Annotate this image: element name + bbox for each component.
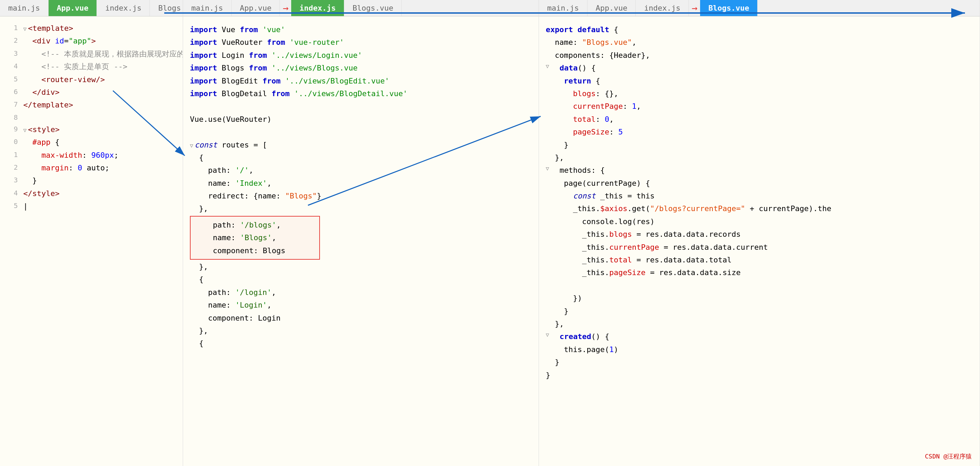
code-line-vue-use: Vue.use(VueRouter) — [190, 113, 532, 126]
tab-bar-1: main.js App.vue index.js Blogs.vue — [0, 0, 183, 16]
code-line: _this.pageSize = res.data.data.size — [546, 266, 973, 279]
code-line: }, — [190, 202, 532, 215]
code-line: components: {Header}, — [546, 49, 973, 62]
code-line: import BlogEdit from '../views/BlogEdit.… — [190, 75, 532, 87]
code-panel-3: export default { name: "Blogs.vue", comp… — [539, 16, 980, 466]
tab-bar-2: main.js App.vue → index.js Blogs.vue — [183, 0, 539, 16]
code-line: name: 'Blogs', — [195, 231, 315, 244]
tab-app-vue-2[interactable]: App.vue — [232, 0, 280, 16]
code-line: 4 <!-- 实质上是单页 --> — [7, 60, 176, 73]
arrow-right-1: → — [280, 2, 291, 14]
code-line: }, — [546, 151, 973, 164]
tab-main-js-2[interactable]: main.js — [183, 0, 232, 16]
code-line-routes: ▽const routes = [ — [190, 138, 532, 151]
code-line: 7 </template> — [7, 99, 176, 111]
code-line: }, — [190, 324, 532, 337]
tab-app-vue-3[interactable]: App.vue — [587, 0, 636, 16]
code-line: name: 'Index', — [190, 177, 532, 189]
code-line: const _this = this — [546, 189, 973, 202]
watermark: CSDN @汪程序猿 — [925, 452, 972, 461]
code-line — [546, 279, 973, 292]
code-line — [190, 100, 532, 113]
tab-main-js-1[interactable]: main.js — [0, 0, 49, 16]
panel-app-vue: main.js App.vue index.js Blogs.vue 1 ▽<t… — [0, 0, 183, 466]
panel-blogs-vue: main.js App.vue index.js → Blogs.vue exp… — [539, 0, 980, 466]
code-line: } — [546, 305, 973, 318]
code-line: } — [546, 356, 973, 369]
tab-index-js-3[interactable]: index.js — [636, 0, 689, 16]
code-line: } — [546, 138, 973, 151]
code-line: _this.blogs = res.data.data.records — [546, 228, 973, 240]
code-line: 6 </div> — [7, 86, 176, 99]
code-line: }, — [546, 318, 973, 330]
code-line: page(currentPage) { — [546, 177, 973, 189]
code-line: _this.total = res.data.data.total — [546, 253, 973, 266]
tab-main-js-3[interactable]: main.js — [539, 0, 587, 16]
code-line: import BlogDetail from '../views/BlogDet… — [190, 87, 532, 100]
code-line: import Vue from 'vue' — [190, 23, 532, 36]
code-line: 2 margin: 0 auto; — [7, 162, 176, 174]
code-line: import VueRouter from 'vue-router' — [190, 36, 532, 49]
tab-blogs-vue-2[interactable]: Blogs.vue — [344, 0, 402, 16]
code-line: 3 <!-- 本质就是展现，根据路由展现对应的界面 --> — [7, 48, 176, 60]
code-line: name: 'Login', — [190, 299, 532, 311]
tab-blogs-vue-1[interactable]: Blogs.vue — [150, 0, 183, 16]
code-line: _this.currentPage = res.data.data.curren… — [546, 241, 973, 253]
code-line: pageSize: 5 — [546, 126, 973, 138]
code-line: ▽ data() { — [546, 62, 973, 74]
code-line: { — [190, 151, 532, 164]
code-line: ▽ created() { — [546, 330, 973, 343]
code-line: } — [546, 369, 973, 382]
code-line: console.log(res) — [546, 215, 973, 228]
code-line — [190, 126, 532, 138]
tab-blogs-vue-3[interactable]: Blogs.vue — [700, 0, 757, 16]
code-line: import Blogs from '../views/Blogs.vue — [190, 62, 532, 74]
code-line: 0 #app { — [7, 136, 176, 148]
panel-index-js: main.js App.vue → index.js Blogs.vue imp… — [183, 0, 539, 466]
code-line: redirect: {name: "Blogs"} — [190, 189, 532, 202]
code-line: }) — [546, 292, 973, 304]
tab-index-js-1[interactable]: index.js — [97, 0, 150, 16]
arrow-right-2: → — [689, 2, 700, 14]
code-line: { — [190, 273, 532, 286]
code-line: ▽ methods: { — [546, 164, 973, 177]
code-line: 5 | — [7, 200, 176, 213]
code-line: blogs: {}, — [546, 87, 973, 100]
tab-bar-3: main.js App.vue index.js → Blogs.vue — [539, 0, 980, 16]
code-line: 1 ▽<template> — [7, 22, 176, 35]
code-line: 5 <router-view/> — [7, 73, 176, 86]
code-line: { — [190, 337, 532, 350]
code-panel-1: 1 ▽<template> 2 <div id="app"> 3 <!-- 本质… — [0, 16, 183, 466]
code-line: 2 <div id="app"> — [7, 35, 176, 47]
code-line: 8 — [7, 111, 176, 123]
code-line: path: '/login', — [190, 286, 532, 299]
tab-app-vue-1[interactable]: App.vue — [49, 0, 97, 16]
code-line: path: '/', — [190, 164, 532, 177]
highlighted-blogs-route: path: '/blogs', name: 'Blogs', component… — [190, 216, 320, 260]
code-line: currentPage: 1, — [546, 100, 973, 113]
code-line: 1 max-width: 960px; — [7, 149, 176, 162]
main-container: main.js App.vue index.js Blogs.vue 1 ▽<t… — [0, 0, 980, 466]
code-line: 4 </style> — [7, 187, 176, 200]
code-line: component: Blogs — [195, 244, 315, 257]
code-panel-2: import Vue from 'vue' import VueRouter f… — [183, 16, 539, 466]
code-line: path: '/blogs', — [195, 219, 315, 231]
code-line: 9 ▽<style> — [7, 123, 176, 136]
code-line: component: Login — [190, 312, 532, 324]
code-line: _this.$axios.get("/blogs?currentPage=" +… — [546, 202, 973, 215]
code-line: import Login from '../views/Login.vue' — [190, 49, 532, 62]
code-line: total: 0, — [546, 113, 973, 126]
tab-index-js-2[interactable]: index.js — [291, 0, 344, 16]
code-line: 3 } — [7, 174, 176, 187]
code-line: }, — [190, 260, 532, 273]
code-line: return { — [546, 75, 973, 87]
code-line: export default { — [546, 23, 973, 36]
code-line: this.page(1) — [546, 343, 973, 356]
code-line: name: "Blogs.vue", — [546, 36, 973, 49]
